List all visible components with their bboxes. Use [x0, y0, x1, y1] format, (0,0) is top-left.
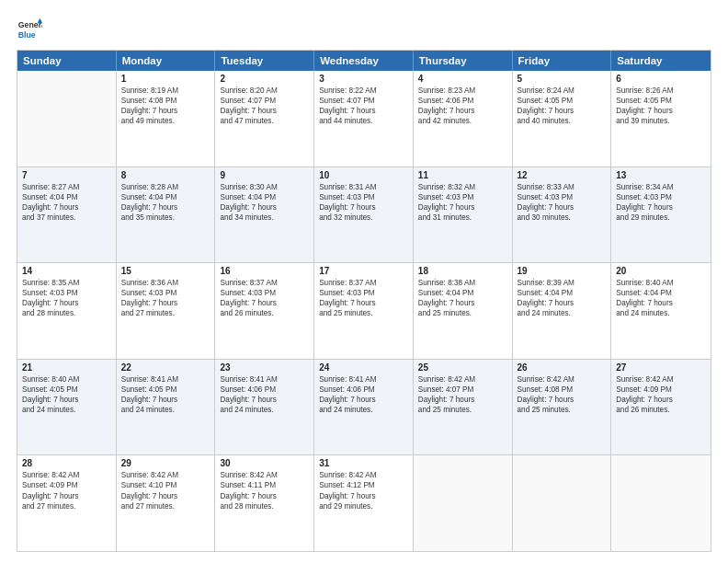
cell-line: and 27 minutes.: [121, 501, 210, 511]
cell-line: Sunrise: 8:42 AM: [319, 470, 408, 480]
cell-line: Daylight: 7 hours: [220, 106, 309, 116]
cell-line: Sunrise: 8:34 AM: [616, 182, 706, 192]
header: General Blue: [17, 17, 711, 42]
day-number: 30: [220, 458, 309, 468]
cell-line: Sunrise: 8:40 AM: [22, 374, 111, 385]
cell-line: and 47 minutes.: [220, 116, 309, 126]
cell-line: Sunset: 4:08 PM: [518, 385, 607, 395]
day-number: 3: [319, 74, 408, 84]
cell-line: Sunset: 4:04 PM: [518, 288, 607, 298]
cell-line: Sunrise: 8:36 AM: [121, 278, 210, 288]
day-number: 8: [121, 170, 210, 180]
cell-line: and 24 minutes.: [220, 405, 309, 415]
day-number: 9: [220, 170, 309, 180]
calendar-cell: 22Sunrise: 8:41 AMSunset: 4:05 PMDayligh…: [117, 360, 216, 455]
cell-line: Sunset: 4:09 PM: [22, 480, 111, 490]
cell-line: Sunrise: 8:24 AM: [518, 86, 607, 96]
cell-line: Daylight: 7 hours: [518, 106, 607, 116]
day-number: 18: [418, 266, 507, 276]
cell-line: and 24 minutes.: [518, 308, 607, 318]
cell-line: Sunrise: 8:42 AM: [22, 470, 111, 480]
calendar-row: 14Sunrise: 8:35 AMSunset: 4:03 PMDayligh…: [17, 263, 711, 360]
day-number: 2: [220, 74, 309, 84]
calendar-cell: 17Sunrise: 8:37 AMSunset: 4:03 PMDayligh…: [314, 263, 414, 359]
day-number: 17: [319, 266, 408, 276]
day-number: 12: [518, 170, 607, 180]
cell-line: Sunrise: 8:30 AM: [220, 182, 309, 192]
cell-line: Sunset: 4:05 PM: [22, 385, 111, 395]
cell-line: and 49 minutes.: [121, 116, 210, 126]
calendar-cell: 21Sunrise: 8:40 AMSunset: 4:05 PMDayligh…: [17, 360, 117, 455]
cell-line: Sunset: 4:03 PM: [418, 192, 507, 202]
calendar-cell: 10Sunrise: 8:31 AMSunset: 4:03 PMDayligh…: [314, 167, 414, 263]
cell-line: Sunset: 4:04 PM: [121, 192, 210, 202]
calendar-cell: 14Sunrise: 8:35 AMSunset: 4:03 PMDayligh…: [17, 263, 117, 359]
cell-line: and 29 minutes.: [616, 213, 706, 223]
calendar-cell: 3Sunrise: 8:22 AMSunset: 4:07 PMDaylight…: [314, 71, 414, 167]
cell-line: Sunset: 4:03 PM: [22, 288, 111, 298]
day-number: 14: [22, 266, 111, 276]
calendar-cell: 18Sunrise: 8:38 AMSunset: 4:04 PMDayligh…: [414, 263, 513, 359]
cell-line: Sunrise: 8:42 AM: [220, 470, 309, 480]
weekday-header: Friday: [513, 51, 612, 71]
cell-line: and 25 minutes.: [418, 405, 507, 415]
cell-line: and 25 minutes.: [518, 405, 607, 415]
cell-line: Daylight: 7 hours: [121, 395, 210, 405]
cell-line: Sunset: 4:05 PM: [518, 96, 607, 106]
cell-line: Sunset: 4:08 PM: [121, 96, 210, 106]
cell-line: Daylight: 7 hours: [616, 202, 706, 213]
cell-line: Sunset: 4:07 PM: [220, 96, 309, 106]
calendar-cell: 28Sunrise: 8:42 AMSunset: 4:09 PMDayligh…: [17, 455, 117, 551]
calendar-row: 21Sunrise: 8:40 AMSunset: 4:05 PMDayligh…: [17, 360, 711, 456]
calendar: SundayMondayTuesdayWednesdayThursdayFrid…: [17, 50, 711, 552]
cell-line: Daylight: 7 hours: [220, 202, 309, 213]
cell-line: Daylight: 7 hours: [518, 395, 607, 405]
day-number: 27: [616, 362, 706, 373]
cell-line: and 24 minutes.: [616, 308, 706, 318]
calendar-cell: 27Sunrise: 8:42 AMSunset: 4:09 PMDayligh…: [611, 360, 711, 455]
cell-line: Sunset: 4:10 PM: [121, 480, 210, 490]
logo-icon: General Blue: [17, 17, 42, 42]
calendar-row: 1Sunrise: 8:19 AMSunset: 4:08 PMDaylight…: [17, 71, 711, 167]
cell-line: Sunrise: 8:33 AM: [518, 182, 607, 192]
cell-line: and 25 minutes.: [319, 308, 408, 318]
calendar-cell: [611, 455, 711, 551]
cell-line: Sunrise: 8:42 AM: [121, 470, 210, 480]
cell-line: and 31 minutes.: [418, 213, 507, 223]
day-number: 13: [616, 170, 706, 180]
cell-line: and 40 minutes.: [518, 116, 607, 126]
calendar-cell: 9Sunrise: 8:30 AMSunset: 4:04 PMDaylight…: [215, 167, 314, 263]
weekday-header: Wednesday: [314, 51, 414, 71]
cell-line: Sunset: 4:04 PM: [418, 288, 507, 298]
day-number: 22: [121, 362, 210, 373]
cell-line: Sunrise: 8:27 AM: [22, 182, 111, 192]
cell-line: Daylight: 7 hours: [418, 298, 507, 308]
day-number: 5: [518, 74, 607, 84]
svg-text:Blue: Blue: [18, 30, 36, 40]
weekday-header: Monday: [117, 51, 216, 71]
cell-line: and 44 minutes.: [319, 116, 408, 126]
cell-line: Sunrise: 8:26 AM: [616, 86, 706, 96]
cell-line: Sunrise: 8:20 AM: [220, 86, 309, 96]
cell-line: Daylight: 7 hours: [616, 298, 706, 308]
weekday-header: Saturday: [611, 51, 711, 71]
cell-line: Daylight: 7 hours: [319, 491, 408, 501]
day-number: 29: [121, 458, 210, 468]
cell-line: Sunrise: 8:41 AM: [121, 374, 210, 385]
cell-line: Daylight: 7 hours: [121, 491, 210, 501]
calendar-cell: 12Sunrise: 8:33 AMSunset: 4:03 PMDayligh…: [513, 167, 612, 263]
cell-line: and 32 minutes.: [319, 213, 408, 223]
day-number: 31: [319, 458, 408, 468]
day-number: 26: [518, 362, 607, 373]
cell-line: Sunrise: 8:35 AM: [22, 278, 111, 288]
cell-line: Sunrise: 8:41 AM: [319, 374, 408, 385]
calendar-row: 7Sunrise: 8:27 AMSunset: 4:04 PMDaylight…: [17, 167, 711, 264]
cell-line: and 24 minutes.: [121, 405, 210, 415]
cell-line: and 24 minutes.: [22, 405, 111, 415]
day-number: 16: [220, 266, 309, 276]
cell-line: Sunrise: 8:31 AM: [319, 182, 408, 192]
day-number: 23: [220, 362, 309, 373]
calendar-cell: [414, 455, 513, 551]
calendar-header: SundayMondayTuesdayWednesdayThursdayFrid…: [17, 51, 711, 71]
cell-line: Sunset: 4:04 PM: [22, 192, 111, 202]
